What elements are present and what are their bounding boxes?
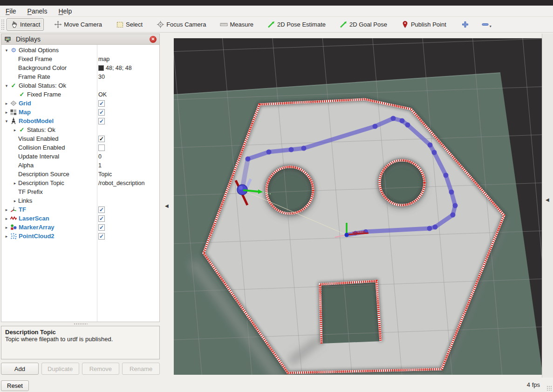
- row-value[interactable]: map: [98, 55, 109, 63]
- focus-camera-icon: [157, 21, 164, 28]
- tool-interact[interactable]: Interact: [7, 18, 44, 31]
- window-resize-grip[interactable]: [546, 385, 552, 391]
- expand-arrow-icon[interactable]: ▸: [12, 128, 18, 132]
- collapse-left-panel-icon[interactable]: ◀: [165, 203, 169, 208]
- tree-row[interactable]: ▸TF✓: [1, 205, 159, 214]
- tree-row[interactable]: ▸✓Status: Ok: [1, 125, 159, 134]
- pose-arrow-icon: [267, 21, 275, 28]
- tree-row[interactable]: ▸MarkerArray✓: [1, 223, 159, 232]
- panel-splitter-gutter[interactable]: ◀: [161, 34, 174, 378]
- duplicate-button[interactable]: Duplicate: [41, 363, 79, 375]
- expand-arrow-icon[interactable]: ▸: [12, 181, 18, 186]
- tree-row[interactable]: ▸Links: [1, 196, 159, 205]
- expand-arrow-icon[interactable]: ▸: [3, 207, 10, 212]
- goal-arrow-icon: [340, 21, 348, 28]
- close-icon[interactable]: ✕: [150, 36, 157, 43]
- tree-row[interactable]: ▸LaserScan✓: [1, 214, 159, 223]
- row-value[interactable]: ✓: [98, 205, 105, 214]
- expand-arrow-icon[interactable]: ▸: [3, 234, 10, 239]
- expand-arrow-icon[interactable]: ▸: [3, 216, 10, 221]
- row-label: Description Topic: [18, 179, 64, 186]
- tree-row[interactable]: ▾RobotModel✓: [1, 117, 159, 125]
- tree-row[interactable]: ▸Grid✓: [1, 99, 159, 108]
- add-button[interactable]: Add: [1, 363, 39, 375]
- collapse-arrow-icon[interactable]: ▾: [3, 83, 10, 88]
- tree-row[interactable]: Collision Enabled: [1, 143, 159, 152]
- pointcloud2-icon: [10, 233, 17, 240]
- row-value[interactable]: ✓: [98, 214, 105, 223]
- row-value[interactable]: 0: [98, 152, 102, 161]
- menu-item-panels[interactable]: Panels: [27, 7, 48, 15]
- tool-move-camera[interactable]: Move Camera: [50, 18, 106, 31]
- collapse-right-panel-icon[interactable]: ◀: [546, 197, 549, 202]
- tool-2d-goal-pose[interactable]: 2D Goal Pose: [336, 18, 391, 31]
- row-value[interactable]: ✓: [98, 232, 105, 241]
- tree-row[interactable]: ▾⚙Global Options: [1, 46, 159, 55]
- tree-row[interactable]: ▸PointCloud2✓: [1, 232, 159, 241]
- checkbox[interactable]: ✓: [98, 100, 105, 107]
- publish-point-icon: [401, 21, 409, 28]
- tree-row[interactable]: Fixed Framemap: [1, 55, 159, 63]
- checkbox[interactable]: ✓: [98, 215, 105, 222]
- collapse-arrow-icon[interactable]: ▾: [3, 48, 10, 53]
- remove-button[interactable]: Remove: [82, 363, 120, 375]
- row-value[interactable]: ✓: [98, 117, 105, 125]
- checkbox[interactable]: [98, 144, 105, 151]
- checkbox[interactable]: ✓: [98, 206, 105, 213]
- tool-publish-point[interactable]: Publish Point: [397, 18, 450, 31]
- collapse-arrow-icon[interactable]: ▾: [3, 119, 10, 124]
- row-value[interactable]: 30: [98, 72, 105, 81]
- interact-hand-icon: [10, 21, 18, 28]
- expand-arrow-icon[interactable]: ▸: [3, 110, 10, 115]
- tree-row[interactable]: Frame Rate30: [1, 72, 159, 81]
- expand-arrow-icon[interactable]: ▸: [3, 225, 10, 230]
- tool-select[interactable]: Select: [112, 18, 146, 31]
- row-label: Update Interval: [18, 153, 59, 160]
- tool-add-tool[interactable]: [457, 18, 474, 31]
- reset-button[interactable]: Reset: [1, 380, 29, 391]
- row-value[interactable]: ✓: [98, 108, 105, 117]
- row-value[interactable]: /robot_description: [98, 179, 144, 187]
- row-label: Status: Ok: [27, 126, 55, 133]
- row-value[interactable]: ✓: [98, 134, 105, 143]
- menu-item-file[interactable]: File: [6, 7, 16, 15]
- tree-row[interactable]: ▾✓Global Status: Ok: [1, 81, 159, 90]
- displays-tree: ▾⚙Global OptionsFixed FramemapBackground…: [1, 45, 160, 322]
- row-value[interactable]: ✓: [98, 99, 105, 108]
- tool-focus-camera[interactable]: Focus Camera: [153, 18, 210, 31]
- checkbox[interactable]: ✓: [98, 109, 105, 116]
- tree-row[interactable]: ▸Description Topic/robot_description: [1, 179, 159, 187]
- row-value[interactable]: 1: [98, 161, 102, 170]
- checkbox[interactable]: ✓: [98, 233, 105, 240]
- tree-row[interactable]: ✓Fixed FrameOK: [1, 90, 159, 99]
- tree-row[interactable]: Visual Enabled✓: [1, 134, 159, 143]
- toolbar-drag-handle[interactable]: [1, 19, 5, 30]
- tool-remove-tool[interactable]: ▾: [477, 18, 496, 31]
- tool-2d-pose-estimate[interactable]: 2D Pose Estimate: [264, 18, 329, 31]
- tree-row[interactable]: ▸Map✓: [1, 108, 159, 117]
- panel-splitter-handle[interactable]: [1, 322, 160, 326]
- row-value[interactable]: OK: [98, 90, 107, 99]
- tree-row[interactable]: Alpha1: [1, 161, 159, 170]
- row-value[interactable]: ✓: [98, 223, 105, 232]
- rviz-window: FilePanelsHelp InteractMove CameraSelect…: [0, 0, 553, 392]
- row-value[interactable]: Topic: [98, 170, 112, 179]
- checkbox[interactable]: ✓: [98, 136, 105, 142]
- tree-row[interactable]: TF Prefix: [1, 187, 159, 196]
- rename-button[interactable]: Rename: [122, 363, 160, 375]
- right-dock-strip[interactable]: ◀: [542, 34, 553, 378]
- row-value[interactable]: 48; 48; 48: [98, 63, 132, 72]
- tree-row[interactable]: Background Color48; 48; 48: [1, 63, 159, 72]
- row-value[interactable]: [98, 143, 105, 152]
- checkbox[interactable]: ✓: [98, 118, 105, 124]
- 3d-viewport[interactable]: [174, 38, 542, 375]
- tree-row[interactable]: Description SourceTopic: [1, 170, 159, 179]
- expand-arrow-icon[interactable]: ▸: [12, 199, 18, 203]
- menu-item-help[interactable]: Help: [58, 7, 72, 15]
- expand-arrow-icon[interactable]: ▸: [3, 101, 10, 106]
- chevron-down-icon[interactable]: ▾: [490, 24, 492, 28]
- tool-measure[interactable]: Measure: [216, 18, 257, 31]
- tree-row[interactable]: Update Interval0: [1, 152, 159, 161]
- tf-icon: [10, 206, 17, 213]
- checkbox[interactable]: ✓: [98, 224, 105, 231]
